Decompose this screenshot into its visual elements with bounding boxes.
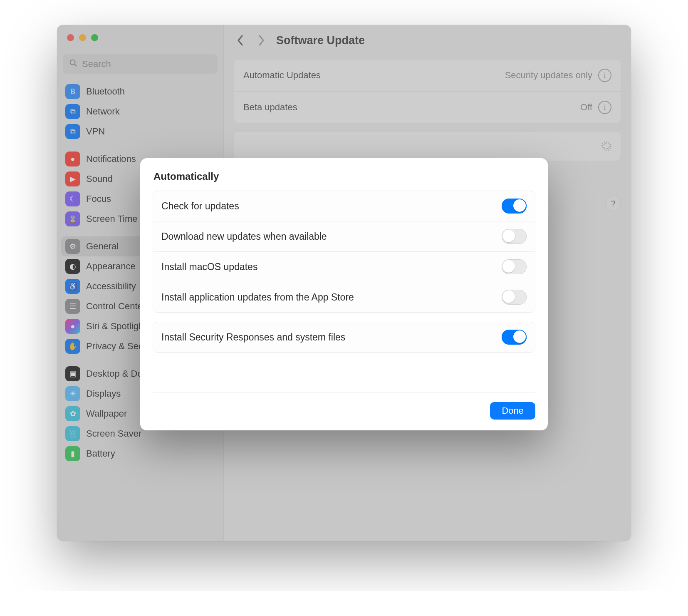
check-for-updates-label: Check for updates (161, 201, 239, 212)
install-macos-toggle[interactable] (502, 259, 527, 274)
download-updates-toggle[interactable] (502, 229, 527, 244)
install-security-row: Install Security Responses and system fi… (153, 322, 535, 352)
check-for-updates-toggle[interactable] (502, 199, 527, 214)
install-security-label: Install Security Responses and system fi… (161, 332, 345, 343)
install-apps-toggle[interactable] (502, 290, 527, 305)
install-macos-row: Install macOS updates (153, 251, 535, 282)
check-for-updates-row: Check for updates (153, 191, 535, 221)
download-updates-label: Download new updates when available (161, 231, 327, 242)
sheet-title: Automatically (153, 171, 535, 182)
install-apps-label: Install application updates from the App… (161, 292, 354, 303)
done-button[interactable]: Done (490, 402, 535, 420)
system-settings-window: Search BBluetooth⧉Network⧉VPN●Notificati… (57, 25, 631, 541)
install-apps-row: Install application updates from the App… (153, 282, 535, 312)
install-macos-label: Install macOS updates (161, 261, 257, 273)
install-security-toggle[interactable] (502, 330, 527, 345)
sheet-security-panel: Install Security Responses and system fi… (153, 322, 535, 353)
download-updates-row: Download new updates when available (153, 221, 535, 251)
sheet-main-panel: Check for updates Download new updates w… (153, 191, 535, 313)
automatic-updates-sheet: Automatically Check for updates Download… (140, 158, 548, 430)
